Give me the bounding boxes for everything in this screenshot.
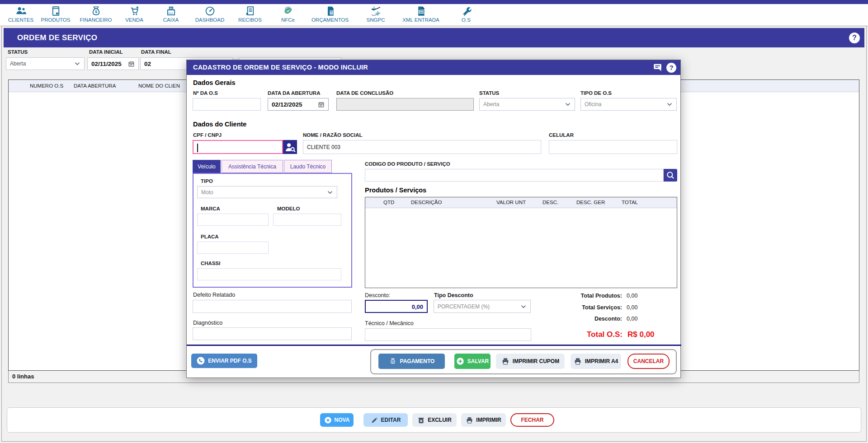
gauge-icon <box>189 5 231 17</box>
plate-input[interactable] <box>197 242 269 254</box>
vehicle-type-label: TIPO <box>201 178 213 184</box>
toolbar-item-financeiro[interactable]: $ FINANCEIRO <box>75 5 117 26</box>
technician-label: Técnico / Mecânico <box>365 320 414 326</box>
plate-label: PLACA <box>201 234 219 239</box>
new-button[interactable]: NOVA <box>320 413 354 427</box>
calendar-icon <box>128 61 135 67</box>
save-button[interactable]: SALVAR <box>454 354 491 369</box>
quote-document-icon <box>309 5 351 17</box>
column-numero-os: NUMERO O.S <box>30 83 63 89</box>
cancel-button[interactable]: CANCELAR <box>627 354 670 369</box>
discount-label: Desconto: <box>365 292 390 298</box>
plus-circle-icon <box>456 357 464 365</box>
toolbar-item-os[interactable]: O.S <box>445 5 487 26</box>
close-date-input <box>336 98 474 111</box>
products-table: QTD DESCRIÇÃO VALOR UNT DESC. DESC. GER … <box>365 197 677 288</box>
total-products-value: 0,00 <box>627 293 637 299</box>
chassis-input[interactable] <box>197 268 341 280</box>
chevron-down-icon <box>520 303 527 310</box>
diagnosis-input[interactable] <box>193 327 352 340</box>
date-start-input[interactable]: 02/11/2025 <box>87 57 139 70</box>
os-type-value: Oficina <box>585 101 601 107</box>
os-number-input[interactable] <box>193 98 261 111</box>
toolbar-item-dashboad[interactable]: DASHBOAD <box>189 5 231 26</box>
total-services-value: 0,00 <box>627 304 637 311</box>
cpf-label: CPF / CNPJ <box>193 132 222 138</box>
money-bag-icon: $ <box>75 5 117 17</box>
status-filter-value: Aberta <box>10 61 26 67</box>
delete-button[interactable]: EXCLUIR <box>412 413 457 427</box>
toolbar-item-sngpc[interactable]: SNGPC <box>355 5 396 26</box>
send-pdf-button[interactable]: ENVIAR PDF O.S <box>191 354 257 368</box>
model-input[interactable] <box>273 214 341 226</box>
help-icon[interactable]: ? <box>849 33 860 43</box>
column-nome-cliente: NOME DO CLIEN <box>138 83 180 89</box>
brand-input[interactable] <box>197 214 269 226</box>
toolbar-item-label: DASHBOAD <box>189 17 231 23</box>
toolbar-item-xml-entrada[interactable]: XML XML ENTRADA <box>400 5 442 26</box>
chassis-label: CHASSI <box>201 261 220 266</box>
open-date-input[interactable]: 02/12/2025 <box>268 98 329 111</box>
product-search-button[interactable] <box>664 169 677 182</box>
xml-file-icon: XML <box>400 5 442 17</box>
close-date-label: DATA DE CONCLUSÃO <box>336 90 393 96</box>
close-button[interactable]: FECHAR <box>510 413 554 427</box>
discount-type-select[interactable]: PORCENTAGEM (%) <box>434 300 531 313</box>
phone-input[interactable] <box>549 140 677 154</box>
edit-button[interactable]: EDITAR <box>363 413 408 427</box>
discount-input[interactable]: 0,00 <box>365 300 428 313</box>
toolbar-item-label: PRODUTOS <box>35 17 76 23</box>
products-icon <box>35 5 76 17</box>
modal-status-select[interactable]: Aberta <box>479 98 575 111</box>
tab-assistencia-tecnica[interactable]: Assistência Técnica <box>222 160 283 173</box>
toolbar-item-caixa[interactable]: $ CAIXA <box>150 5 192 26</box>
vehicle-type-select[interactable]: Moto <box>197 186 337 198</box>
vehicle-type-value: Moto <box>201 189 213 196</box>
os-type-select[interactable]: Oficina <box>580 98 677 111</box>
page-title: ORDEM DE SERVIÇO <box>17 33 97 42</box>
print-a4-button[interactable]: IMPRIMIR A4 <box>571 354 621 369</box>
tab-laudo-tecnico[interactable]: Laudo Técnico <box>284 160 332 173</box>
tab-veiculo[interactable]: Veículo <box>193 160 221 173</box>
toolbar-item-orcamentos[interactable]: ORÇAMENTOS <box>309 5 351 26</box>
diagnosis-label: Diagnóstico <box>193 320 222 326</box>
date-start-label: DATA INICIAL <box>89 49 123 55</box>
main-toolbar: CLIENTES PRODUTOS $ FINANCEIRO VENDA $ C… <box>0 4 868 26</box>
toolbar-item-nfce[interactable]: e NFCe <box>267 5 309 26</box>
total-discount-label: Desconto: <box>557 316 622 322</box>
total-services-label: Total Serviços: <box>557 304 622 311</box>
client-name-label: NOME / RAZÃO SOCIAL <box>303 132 363 138</box>
os-number-label: Nº DA O.S <box>193 90 218 96</box>
column-qtd: QTD <box>383 200 394 205</box>
technician-input[interactable] <box>365 328 531 341</box>
defect-input[interactable] <box>193 300 352 313</box>
toolbar-item-produtos[interactable]: PRODUTOS <box>35 5 76 26</box>
print-coupon-button[interactable]: IMPRIMIR CUPOM <box>496 354 565 369</box>
chat-icon[interactable] <box>653 63 663 74</box>
chevron-down-icon <box>74 61 80 67</box>
payment-button[interactable]: $ PAGAMENTO <box>378 354 445 369</box>
open-date-value: 02/12/2025 <box>272 101 302 108</box>
top-accent-strip <box>0 0 868 4</box>
cpf-input[interactable] <box>193 140 283 154</box>
general-section-title: Dados Gerais <box>193 79 236 86</box>
status-filter-select[interactable]: Aberta <box>6 57 85 70</box>
client-search-button[interactable] <box>283 140 297 154</box>
column-desc: DESC. <box>542 200 558 205</box>
sngpc-icon <box>355 5 396 17</box>
person-search-icon <box>283 140 297 154</box>
discount-value: 0,00 <box>366 301 427 310</box>
client-name-input[interactable]: CLIENTE 003 <box>303 140 541 154</box>
defect-label: Defeito Relatado <box>193 292 235 298</box>
wrench-icon <box>445 5 487 17</box>
calendar-icon <box>318 101 325 108</box>
whatsapp-icon <box>197 357 205 365</box>
modal-help-icon[interactable]: ? <box>666 63 676 73</box>
toolbar-item-recibos[interactable]: RECIBOS <box>229 5 271 26</box>
toolbar-item-label: O.S <box>445 17 487 23</box>
pencil-icon <box>371 416 378 424</box>
toolbar-item-venda[interactable]: VENDA <box>113 5 155 26</box>
product-code-input[interactable] <box>365 169 664 182</box>
print-button[interactable]: IMPRIMIR <box>461 413 506 427</box>
money-bag-icon: $ <box>389 357 397 365</box>
